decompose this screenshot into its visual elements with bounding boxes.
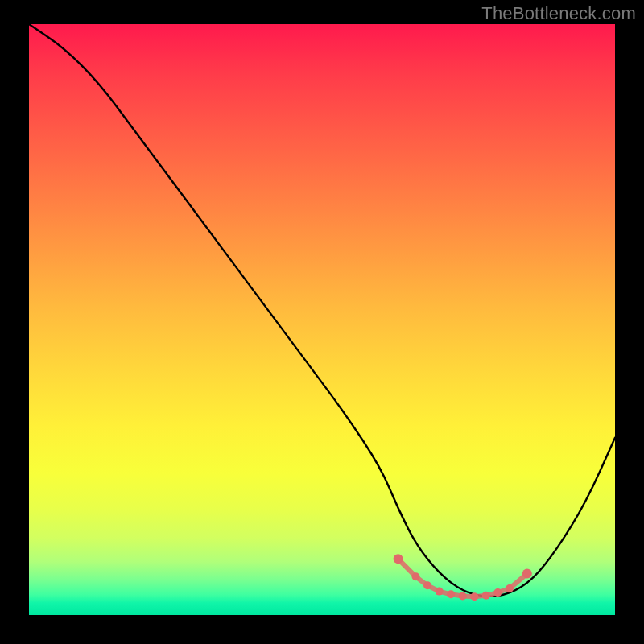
optimal-marker-dot [436,588,444,596]
optimal-marker-dot [493,588,502,597]
watermark-text: TheBottleneck.com [481,3,636,24]
optimal-marker-dot [470,592,478,601]
plot-area [29,24,615,615]
optimal-markers [394,554,532,601]
curve-svg [29,24,615,615]
optimal-marker-dot [482,592,490,600]
bottleneck-curve-path [29,24,615,597]
chart-frame: TheBottleneck.com [0,0,644,644]
optimal-marker-dot [394,554,403,564]
optimal-marker-dot [459,592,467,601]
optimal-marker-dot [423,581,431,589]
optimal-marker-dot [447,590,455,598]
optimal-marker-dot [506,584,514,592]
optimal-marker-dot [412,572,420,580]
optimal-marker-dot [522,569,532,579]
